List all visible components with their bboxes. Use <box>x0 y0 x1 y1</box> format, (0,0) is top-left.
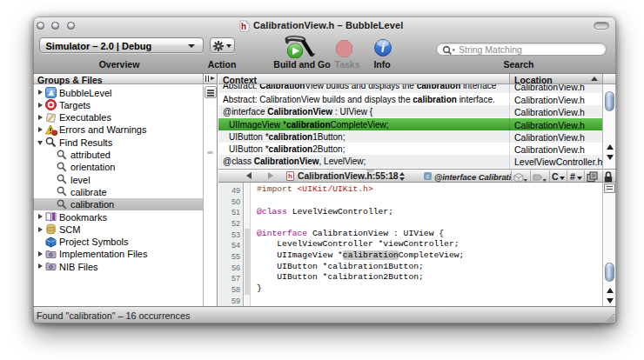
svg-text:h: h <box>241 22 246 31</box>
